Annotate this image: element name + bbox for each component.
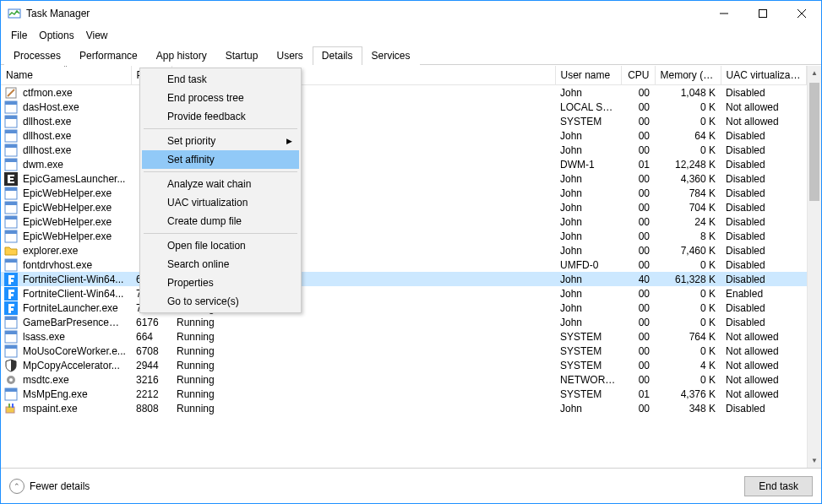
svg-rect-2 (759, 10, 767, 18)
table-row[interactable]: EpicWebHelper.exeJohn00704 KDisabled (1, 200, 807, 214)
cell-pid: 2212 (131, 387, 171, 401)
table-row[interactable]: MoUsoCoreWorker.e...6708RunningSYSTEM000… (1, 344, 807, 358)
table-row[interactable]: mspaint.exe8808RunningJohn00348 KDisable… (1, 401, 807, 415)
menu-item[interactable]: Analyze wait chain (142, 175, 299, 193)
cell-status: Running (171, 387, 555, 401)
svg-rect-10 (5, 116, 17, 119)
maximize-button[interactable] (743, 1, 782, 26)
cell-uac: Disabled (721, 229, 806, 243)
cell-user: John (555, 128, 621, 143)
tab-app-history[interactable]: App history (147, 46, 216, 65)
cell-status: Running (171, 358, 555, 372)
col-name[interactable]: Name (1, 66, 131, 85)
cell-user: SYSTEM (555, 114, 621, 128)
table-row[interactable]: FortniteClient-Win64...7580RunningJohn00… (1, 286, 807, 301)
cell-uac: Not allowed (721, 387, 806, 401)
context-menu: End taskEnd process treeProvide feedback… (139, 68, 302, 313)
menu-item[interactable]: Set affinity (142, 150, 299, 169)
table-row[interactable]: dllhost.exeSYSTEM000 KNot allowed (1, 114, 807, 128)
cell-user: John (555, 214, 621, 229)
scroll-down-arrow[interactable]: ▼ (808, 453, 821, 468)
menu-item[interactable]: End process tree (142, 89, 299, 107)
table-row[interactable]: msdtc.exe3216RunningNETWORK...000 KNot a… (1, 372, 807, 387)
fewer-details-label: Fewer details (30, 480, 90, 492)
tab-users[interactable]: Users (267, 46, 312, 65)
cell-name: EpicGamesLauncher... (18, 171, 131, 186)
minimize-button[interactable] (705, 1, 743, 26)
menu-item[interactable]: End task (142, 70, 299, 89)
menu-item[interactable]: Provide feedback (142, 107, 299, 126)
cell-name: dllhost.exe (18, 143, 131, 157)
cell-name: EpicWebHelper.exe (18, 229, 131, 243)
cell-user: SYSTEM (555, 387, 621, 401)
col-user[interactable]: User name (555, 66, 621, 85)
tab-startup[interactable]: Startup (216, 46, 268, 65)
table-row[interactable]: GameBarPresenceWr...6176RunningJohn000 K… (1, 315, 807, 329)
fewer-details-toggle[interactable]: ⌃ Fewer details (9, 479, 90, 494)
table-row[interactable]: dllhost.exeJohn000 KDisabled (1, 143, 807, 157)
cell-mem: 7,460 K (655, 243, 721, 257)
table-row[interactable]: dwm.exeDWM-10112,248 KDisabled (1, 157, 807, 171)
cell-user: UMFD-0 (555, 257, 621, 272)
table-row[interactable]: dllhost.exeJohn0064 KDisabled (1, 128, 807, 143)
menu-separator (144, 171, 297, 172)
process-icon (4, 100, 18, 114)
table-row[interactable]: EpicWebHelper.exeJohn008 KDisabled (1, 229, 807, 243)
tab-processes[interactable]: Processes (4, 46, 70, 65)
cell-mem: 12,248 K (655, 157, 721, 171)
table-row[interactable]: EpicWebHelper.exeJohn0024 KDisabled (1, 214, 807, 229)
table-row[interactable]: dasHost.exeLOCAL SE...000 KNot allowed (1, 100, 807, 114)
cell-mem: 1,048 K (655, 85, 721, 100)
menu-item[interactable]: Properties (142, 274, 299, 292)
table-row[interactable]: EpicGamesLauncher...John004,360 KDisable… (1, 171, 807, 186)
cell-status: Running (171, 344, 555, 358)
menu-item[interactable]: Open file location (142, 236, 299, 255)
cell-name: MoUsoCoreWorker.e... (18, 344, 131, 358)
cell-uac: Not allowed (721, 100, 806, 114)
table-row[interactable]: MpCopyAccelerator...2944RunningSYSTEM004… (1, 358, 807, 372)
menu-options[interactable]: Options (34, 28, 79, 43)
tab-performance[interactable]: Performance (70, 46, 147, 65)
col-uac[interactable]: UAC virtualizat... (721, 66, 806, 85)
menu-separator (144, 128, 297, 129)
table-row[interactable]: FortniteClient-Win64...6044RunningJohn40… (1, 272, 807, 286)
cell-user: SYSTEM (555, 344, 621, 358)
menu-item[interactable]: Search online (142, 255, 299, 274)
cell-mem: 24 K (655, 214, 721, 229)
close-button[interactable] (782, 1, 821, 26)
scroll-up-arrow[interactable]: ▲ (808, 66, 821, 80)
menu-item[interactable]: Go to service(s) (142, 292, 299, 311)
table-row[interactable]: ctfmon.exeJohn001,048 KDisabled (1, 85, 807, 100)
menu-item[interactable]: UAC virtualization (142, 193, 299, 212)
cell-uac: Not allowed (721, 372, 806, 387)
menu-item[interactable]: Create dump file (142, 212, 299, 230)
cell-user: John (555, 85, 621, 100)
table-row[interactable]: EpicWebHelper.exeJohn00784 KDisabled (1, 186, 807, 200)
table-row[interactable]: lsass.exe664RunningSYSTEM00764 KNot allo… (1, 329, 807, 344)
vertical-scrollbar[interactable]: ▲ ▼ (807, 66, 821, 468)
table-row[interactable]: fontdrvhost.exeUMFD-0000 KDisabled (1, 257, 807, 272)
cell-name: dwm.exe (18, 157, 131, 171)
tab-details[interactable]: Details (313, 46, 362, 65)
table-row[interactable]: FortniteLauncher.exe7012RunningJohn000 K… (1, 301, 807, 315)
process-icon (4, 144, 18, 157)
scroll-thumb[interactable] (809, 83, 819, 201)
col-cpu[interactable]: CPU (621, 66, 655, 85)
cell-mem: 64 K (655, 128, 721, 143)
table-row[interactable]: MsMpEng.exe2212RunningSYSTEM014,376 KNot… (1, 387, 807, 401)
cell-mem: 0 K (655, 344, 721, 358)
col-mem[interactable]: Memory (a... (655, 66, 721, 85)
cell-pid: 3216 (131, 372, 171, 387)
end-task-button[interactable]: End task (744, 476, 813, 496)
menu-file[interactable]: File (6, 28, 32, 43)
cell-mem: 4 K (655, 358, 721, 372)
menu-view[interactable]: View (81, 28, 113, 43)
cell-uac: Not allowed (721, 358, 806, 372)
svg-rect-32 (5, 317, 17, 320)
table-row[interactable]: explorer.exeJohn007,460 KDisabled (1, 243, 807, 257)
tab-services[interactable]: Services (362, 46, 420, 65)
process-icon (4, 359, 18, 372)
cell-cpu: 00 (621, 114, 655, 128)
svg-rect-43 (12, 404, 14, 408)
menu-item[interactable]: Set priority▶ (142, 132, 299, 150)
